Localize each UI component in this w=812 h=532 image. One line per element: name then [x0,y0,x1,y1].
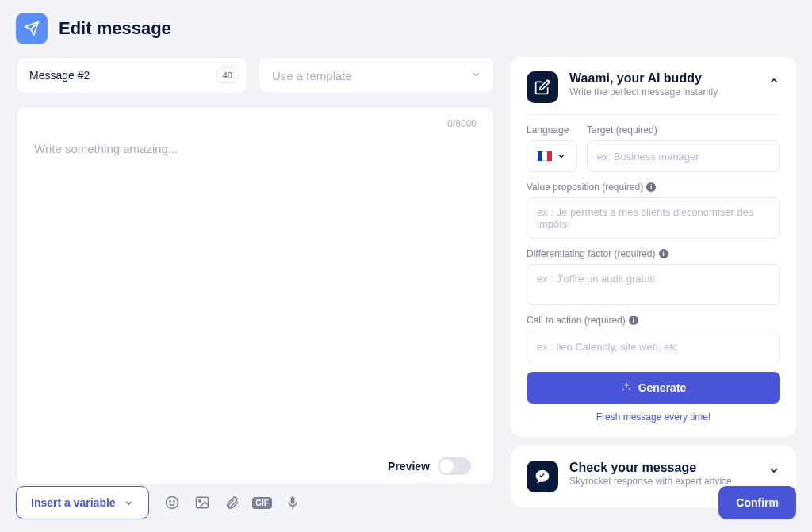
info-icon[interactable]: i [646,182,656,192]
microphone-icon[interactable] [284,494,301,511]
svg-point-4 [198,500,201,503]
preview-toggle[interactable] [438,457,471,475]
diff-input[interactable] [527,264,780,305]
insert-variable-label: Insert a variable [31,496,116,509]
template-select[interactable]: Use a template [259,57,495,94]
confirm-button[interactable]: Confirm [718,486,796,519]
cta-label: Call to action (required) i [527,315,780,326]
target-label: Target (required) [587,124,780,136]
language-label: Language [527,124,577,136]
language-select[interactable] [527,140,577,172]
flag-france-icon [538,151,552,161]
cta-input[interactable] [527,331,780,362]
divider [527,114,780,115]
message-name-input[interactable] [29,69,216,82]
svg-point-1 [169,501,170,502]
preview-label: Preview [388,460,430,473]
chevron-down-icon [557,151,566,161]
fresh-note: Fresh message every time! [527,411,780,423]
target-input[interactable] [587,140,780,172]
info-icon[interactable]: i [629,316,638,325]
chevron-down-icon [470,69,481,82]
image-icon[interactable] [193,494,211,511]
attachment-icon[interactable] [224,494,241,511]
emoji-icon[interactable] [163,494,181,511]
message-editor[interactable]: 0/8000 Write something amazing... [16,106,495,485]
info-icon[interactable]: i [659,249,668,258]
message-name-field-wrap[interactable]: 40 [16,57,247,94]
generate-button[interactable]: Generate [527,372,780,404]
waami-panel: Waami, your AI buddy Write the perfect m… [511,57,796,437]
waami-title: Waami, your AI buddy [569,71,756,86]
editor-char-counter: 0/8000 [447,118,477,129]
waami-subtitle: Write the perfect message instantly [569,86,756,98]
diff-label: Differentiating factor (required) i [527,248,780,259]
toggle-knob [439,459,454,473]
edit-icon [527,71,558,103]
insert-variable-button[interactable]: Insert a variable [16,486,149,519]
send-icon [16,13,48,44]
editor-placeholder: Write something amazing... [34,142,477,155]
template-placeholder: Use a template [272,69,352,82]
value-prop-input[interactable] [527,197,780,239]
svg-point-0 [166,497,178,509]
message-name-char-badge: 40 [216,67,239,83]
value-prop-label: Value proposition (required) i [527,182,780,193]
collapse-waami-button[interactable] [768,71,780,90]
svg-rect-3 [196,497,208,507]
svg-point-2 [173,501,174,502]
page-title: Edit message [59,18,171,39]
generate-label: Generate [638,381,687,394]
sparkle-icon [621,381,632,395]
chevron-down-icon [124,498,134,508]
gif-icon[interactable]: GIF [254,494,271,511]
